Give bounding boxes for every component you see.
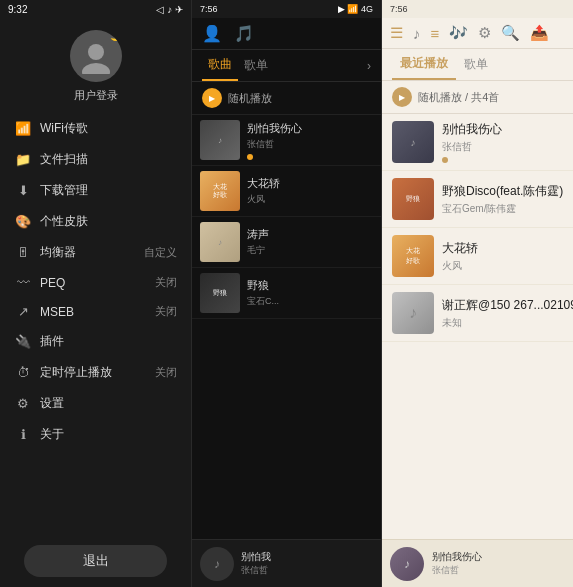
menu-sub-timer: 关闭: [155, 365, 177, 380]
left-profile: 🌙 用户登录: [0, 18, 191, 113]
right-song-item-1[interactable]: 野狼 野狼Disco(feat.陈伟霆) 宝石Gem/陈伟霆 ∨: [382, 171, 573, 228]
right-top-icons: ☰ ♪ ≡ 🎶 ⚙ 🔍 📤: [382, 18, 573, 49]
tab-playlist-r[interactable]: 歌单: [456, 49, 496, 80]
right-song-item-0[interactable]: ♪ 别怕我伤心 张信哲 ∨: [382, 114, 573, 171]
mseb-icon: ↗: [14, 304, 32, 319]
mid-song-list: ♪ 别怕我伤心 张信哲 大花好歌 大花轿 火风 ♪ 涛声 毛宁: [192, 115, 381, 539]
thumb-text-1: 大花好歌: [211, 181, 229, 202]
song-artist-0: 张信哲: [247, 138, 373, 151]
menu-list: 📶 WiFi传歌 📁 文件扫描 ⬇ 下载管理 🎨 个性皮肤 🎚 均衡器 自定义 …: [0, 113, 191, 537]
bottom-thumb: ♪: [200, 547, 234, 581]
menu-item-eq[interactable]: 🎚 均衡器 自定义: [0, 237, 191, 268]
left-time: 9:32: [8, 4, 27, 15]
menu-sub-peq: 关闭: [155, 275, 177, 290]
right-tabs: 最近播放 歌单 ∨: [382, 49, 573, 81]
note-icon[interactable]: ♪: [413, 25, 421, 42]
right-panel: 7:56 ◁ ⊕ 📶 4G 56 ☰ ♪ ≡ 🎶 ⚙ 🔍 📤 最近播放 歌单 ∨…: [382, 0, 573, 587]
tab-recent[interactable]: 最近播放: [392, 49, 456, 80]
r-song-info-3: 谢正辉@150 267...0210903143806 未知: [442, 297, 573, 330]
menu-item-scan[interactable]: 📁 文件扫描: [0, 144, 191, 175]
bottom-song-title: 别怕我: [241, 550, 373, 564]
menu-label-eq: 均衡器: [40, 244, 140, 261]
menu-item-peq[interactable]: 〰 PEQ 关闭: [0, 268, 191, 297]
random-play-icon: ▶: [202, 88, 222, 108]
right-song-list: ♪ 别怕我伤心 张信哲 ∨ 野狼 野狼Disco(feat.陈伟霆) 宝石Gem…: [382, 114, 573, 539]
bottom-note-icon: ♪: [214, 557, 220, 571]
menu-label-scan: 文件扫描: [40, 151, 177, 168]
r-song-info-2: 大花轿 火风: [442, 240, 573, 273]
thumb-text-3: 野狼: [211, 287, 229, 299]
mid-status-bar: 7:56 ▶ 📶 4G: [192, 0, 381, 18]
r-song-title-0: 别怕我伤心: [442, 121, 573, 138]
mid-song-item-3[interactable]: 野狼 野狼 宝石C...: [192, 268, 381, 319]
song-info-1: 大花轿 火风: [247, 176, 373, 206]
r-song-info-1: 野狼Disco(feat.陈伟霆) 宝石Gem/陈伟霆: [442, 183, 573, 216]
menu-item-about[interactable]: ℹ 关于: [0, 419, 191, 450]
menu-item-settings[interactable]: ⚙ 设置: [0, 388, 191, 419]
mid-bottom-player[interactable]: ♪ 别怕我 张信哲: [192, 539, 381, 587]
user-login-label[interactable]: 用户登录: [74, 88, 118, 103]
music2-icon[interactable]: 🎶: [449, 24, 468, 42]
mid-panel: 7:56 ▶ 📶 4G 👤 🎵 歌曲 歌单 › ▶ 随机播放 ♪ 别怕我伤心 张…: [191, 0, 382, 587]
gear2-icon[interactable]: ⚙: [478, 24, 491, 42]
tab-chevron-icon: ›: [367, 59, 371, 73]
settings-icon: ⚙: [14, 396, 32, 411]
avatar[interactable]: 🌙: [70, 30, 122, 82]
song-title-0: 别怕我伤心: [247, 121, 373, 136]
song-info-0: 别怕我伤心 张信哲: [247, 121, 373, 160]
right-bottom-player[interactable]: ♪ 别怕我伤心 张信哲 ♡ 💰 ↗: [382, 539, 573, 587]
menu-item-wifi[interactable]: 📶 WiFi传歌: [0, 113, 191, 144]
tab-songs[interactable]: 歌曲: [202, 50, 238, 81]
list-icon[interactable]: ☰: [390, 24, 403, 42]
right-song-item-3[interactable]: ♪ 谢正辉@150 267...0210903143806 未知 ∨: [382, 285, 573, 342]
menu-label-mseb: MSEB: [40, 305, 151, 319]
menu-label-settings: 设置: [40, 395, 177, 412]
song-artist-1: 火风: [247, 193, 373, 206]
song-thumb-0: ♪: [200, 120, 240, 160]
menu-label-timer: 定时停止播放: [40, 364, 151, 381]
menu-item-plugin[interactable]: 🔌 插件: [0, 326, 191, 357]
mid-song-item-2[interactable]: ♪ 涛声 毛宁: [192, 217, 381, 268]
bottom-song-info: 别怕我 张信哲: [241, 550, 373, 577]
about-icon: ℹ: [14, 427, 32, 442]
r-bottom-title: 别怕我伤心: [432, 550, 573, 564]
search-icon[interactable]: 🔍: [501, 24, 520, 42]
menu-item-skin[interactable]: 🎨 个性皮肤: [0, 206, 191, 237]
timer-icon: ⏱: [14, 365, 32, 380]
svg-point-1: [82, 63, 110, 74]
svg-point-0: [88, 44, 104, 60]
skin-icon: 🎨: [14, 214, 32, 229]
right-song-item-2[interactable]: 大花好歌 大花轿 火风 ∨: [382, 228, 573, 285]
r-song-artist-1: 宝石Gem/陈伟霆: [442, 202, 573, 216]
r-random-label: 随机播放 / 共4首: [418, 90, 499, 105]
r-thumb-text-2: 大花好歌: [404, 244, 422, 268]
r-bottom-thumb: ♪: [390, 547, 424, 581]
cast-icon[interactable]: 📤: [530, 24, 549, 42]
r-bottom-artist: 张信哲: [432, 564, 573, 577]
profile-icon[interactable]: 👤: [202, 24, 222, 43]
mid-song-item-0[interactable]: ♪ 别怕我伤心 张信哲: [192, 115, 381, 166]
music-icon[interactable]: 🎵: [234, 24, 254, 43]
menu-sub-eq: 自定义: [144, 245, 177, 260]
peq-icon: 〰: [14, 275, 32, 290]
right-status-bar: 7:56 ◁ ⊕ 📶 4G 56: [382, 0, 573, 18]
menu-label-wifi: WiFi传歌: [40, 120, 177, 137]
menu-sub-mseb: 关闭: [155, 304, 177, 319]
song-title-1: 大花轿: [247, 176, 373, 191]
right-random-bar[interactable]: ▶ 随机播放 / 共4首 ≡: [382, 81, 573, 114]
menu-item-download[interactable]: ⬇ 下载管理: [0, 175, 191, 206]
r-thumb-2: 大花好歌: [392, 235, 434, 277]
tab-playlist[interactable]: 歌单: [238, 50, 274, 81]
random-play-bar[interactable]: ▶ 随机播放: [192, 82, 381, 115]
download-icon: ⬇: [14, 183, 32, 198]
menu-item-timer[interactable]: ⏱ 定时停止播放 关闭: [0, 357, 191, 388]
logout-button[interactable]: 退出: [24, 545, 167, 577]
bars-icon[interactable]: ≡: [431, 25, 440, 42]
right-time: 7:56: [390, 4, 408, 14]
menu-item-mseb[interactable]: ↗ MSEB 关闭: [0, 297, 191, 326]
random-play-label: 随机播放: [228, 91, 272, 106]
left-panel: 9:32 ◁ ♪ ✈ 🌙 用户登录 📶 WiFi传歌 📁 文件扫描 ⬇ 下载管理…: [0, 0, 191, 587]
r-song-info-0: 别怕我伤心 张信哲: [442, 121, 573, 163]
mid-song-item-1[interactable]: 大花好歌 大花轿 火风: [192, 166, 381, 217]
wifi-icon: 📶: [14, 121, 32, 136]
